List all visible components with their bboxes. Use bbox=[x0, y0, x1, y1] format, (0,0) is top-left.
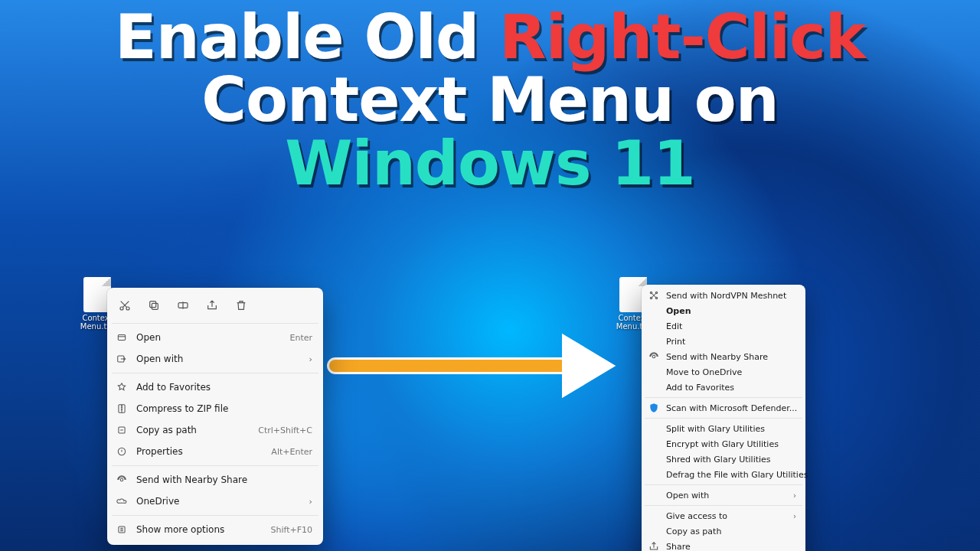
context-menu-item[interactable]: Send with NordVPN Meshnet bbox=[642, 288, 805, 303]
blank-icon bbox=[648, 366, 660, 378]
context-menu-label: Open with bbox=[666, 491, 787, 500]
svg-point-10 bbox=[120, 478, 123, 481]
separator bbox=[112, 323, 318, 324]
context-menu-label: Shred with Glary Utilities bbox=[666, 455, 796, 465]
nearby-icon bbox=[115, 473, 129, 487]
context-menu-label: Add to Favorites bbox=[666, 383, 796, 393]
context-menu-label: Open bbox=[666, 306, 796, 316]
copy-icon[interactable] bbox=[145, 297, 162, 314]
more-icon bbox=[115, 523, 129, 536]
separator bbox=[645, 505, 802, 506]
blank-icon bbox=[648, 510, 660, 522]
context-menu-item[interactable]: Add to Favorites bbox=[107, 377, 323, 398]
copypath-icon bbox=[115, 423, 129, 437]
context-menu-item[interactable]: Copy as path bbox=[642, 523, 805, 539]
context-menu-item[interactable]: PropertiesAlt+Enter bbox=[107, 441, 323, 462]
context-menu-item[interactable]: Split with Glary Utilities bbox=[642, 421, 805, 436]
context-menu-item[interactable]: Add to Favorites bbox=[642, 380, 805, 395]
context-menu-item[interactable]: Copy as pathCtrl+Shift+C bbox=[107, 419, 323, 441]
context-menu-item[interactable]: Defrag the File with Glary Utilities bbox=[642, 467, 805, 482]
title-context-menu: Context Menu on bbox=[0, 69, 980, 132]
context-menu-label: Open bbox=[136, 332, 282, 343]
context-menu-item[interactable]: Move to OneDrive bbox=[642, 364, 805, 380]
context-menu-item[interactable]: OpenEnter bbox=[107, 327, 323, 348]
favorite-icon bbox=[115, 380, 129, 394]
nearby-icon bbox=[648, 350, 660, 363]
context-menu-label: Show more options bbox=[136, 524, 263, 535]
blank-icon bbox=[648, 305, 660, 317]
share-icon bbox=[648, 540, 660, 551]
share-icon[interactable] bbox=[204, 297, 220, 314]
meshnet-icon bbox=[648, 289, 660, 302]
context-menu-item[interactable]: Open with› bbox=[107, 348, 323, 370]
keyboard-hint: Alt+Enter bbox=[271, 447, 312, 457]
svg-rect-3 bbox=[150, 302, 156, 308]
context-menu-item[interactable]: Encrypt with Glary Utilities bbox=[642, 436, 805, 452]
blank-icon bbox=[648, 335, 660, 347]
context-menu-item[interactable]: Shred with Glary Utilities bbox=[642, 452, 805, 467]
context-menu-label: OneDrive bbox=[136, 496, 302, 507]
separator bbox=[112, 373, 318, 373]
context-menu-label: Split with Glary Utilities bbox=[666, 424, 796, 434]
blank-icon bbox=[648, 489, 660, 501]
context-menu-label: Move to OneDrive bbox=[666, 367, 796, 377]
context-menu-item[interactable]: Send with Nearby Share bbox=[107, 469, 323, 491]
transition-arrow bbox=[329, 360, 574, 372]
context-menu-label: Encrypt with Glary Utilities bbox=[666, 439, 796, 449]
chevron-right-icon: › bbox=[309, 497, 312, 507]
context-menu-item[interactable]: Open bbox=[642, 303, 805, 318]
svg-point-16 bbox=[652, 355, 655, 358]
svg-rect-5 bbox=[118, 335, 125, 341]
delete-icon[interactable] bbox=[233, 297, 250, 314]
blank-icon bbox=[648, 381, 660, 393]
blank-icon bbox=[648, 438, 660, 450]
context-menu-item[interactable]: Show more optionsShift+F10 bbox=[107, 519, 323, 540]
context-menu-label: Copy as path bbox=[136, 425, 250, 435]
context-menu-label: Properties bbox=[136, 446, 263, 457]
title-windows-11: Windows 11 bbox=[0, 132, 980, 195]
context-menu-label: Edit bbox=[666, 321, 796, 331]
blank-icon bbox=[648, 525, 660, 537]
keyboard-hint: Ctrl+Shift+C bbox=[258, 425, 312, 435]
blank-icon bbox=[648, 468, 660, 481]
open-icon bbox=[115, 331, 129, 344]
separator bbox=[112, 465, 318, 466]
context-menu-item[interactable]: Share bbox=[642, 539, 805, 551]
context-menu-item[interactable]: Open with› bbox=[642, 487, 805, 503]
svg-rect-2 bbox=[152, 303, 158, 309]
context-menu-item[interactable]: Print bbox=[642, 334, 805, 349]
win11-context-menu: OpenEnterOpen with›Add to FavoritesCompr… bbox=[107, 288, 323, 545]
context-menu-toolbar bbox=[107, 292, 323, 320]
context-menu-label: Scan with Microsoft Defender... bbox=[666, 403, 797, 413]
blank-icon bbox=[648, 422, 660, 435]
separator bbox=[645, 484, 802, 485]
context-menu-item[interactable]: Compress to ZIP file bbox=[107, 398, 323, 419]
blank-icon bbox=[648, 453, 660, 465]
context-menu-label: Copy as path bbox=[666, 527, 796, 536]
context-menu-label: Send with NordVPN Meshnet bbox=[666, 291, 796, 301]
context-menu-item[interactable]: Scan with Microsoft Defender... bbox=[642, 400, 805, 416]
context-menu-label: Print bbox=[666, 337, 796, 347]
cut-icon[interactable] bbox=[116, 297, 133, 314]
title-enable-old: Enable Old bbox=[115, 2, 499, 73]
context-menu-item[interactable]: OneDrive› bbox=[107, 491, 323, 512]
openwith-icon bbox=[115, 352, 129, 366]
onedrive-icon bbox=[115, 494, 129, 508]
chevron-right-icon: › bbox=[793, 491, 796, 500]
thumbnail-title: Enable Old Right-Click Context Menu on W… bbox=[0, 6, 980, 195]
context-menu-label: Send with Nearby Share bbox=[136, 474, 312, 485]
classic-context-menu: Send with NordVPN MeshnetOpenEditPrintSe… bbox=[642, 285, 805, 551]
context-menu-item[interactable]: Give access to› bbox=[642, 508, 805, 523]
keyboard-hint: Shift+F10 bbox=[270, 525, 312, 535]
title-right-click: Right-Click bbox=[499, 2, 865, 73]
separator bbox=[645, 418, 802, 419]
context-menu-item[interactable]: Send with Nearby Share bbox=[642, 349, 805, 364]
context-menu-item[interactable]: Edit bbox=[642, 318, 805, 334]
context-menu-label: Compress to ZIP file bbox=[136, 403, 312, 414]
properties-icon bbox=[115, 445, 129, 458]
zip-icon bbox=[115, 402, 129, 416]
context-menu-label: Send with Nearby Share bbox=[666, 352, 796, 362]
rename-icon[interactable] bbox=[175, 297, 191, 314]
chevron-right-icon: › bbox=[793, 512, 796, 520]
keyboard-hint: Enter bbox=[289, 333, 312, 343]
